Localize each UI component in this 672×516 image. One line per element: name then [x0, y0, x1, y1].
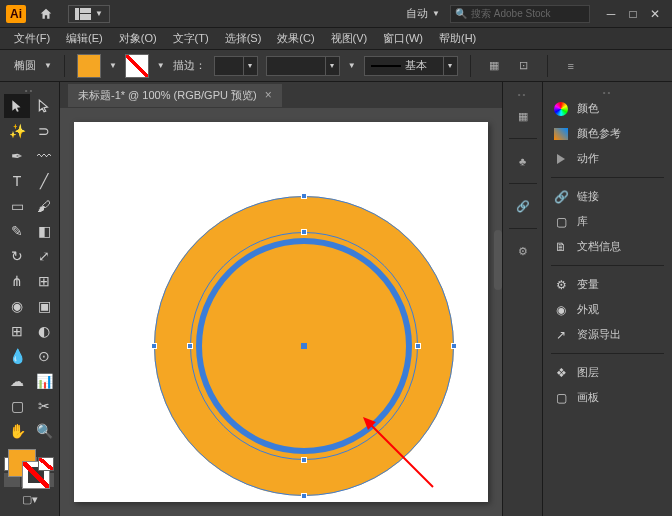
symbol-tool[interactable]: ☁ [4, 369, 30, 393]
search-input[interactable]: 🔍 搜索 Adobe Stock [450, 5, 590, 23]
selection-center[interactable] [301, 343, 307, 349]
eyedropper-tool[interactable]: 💧 [4, 344, 30, 368]
selection-handle[interactable] [301, 457, 307, 463]
brush-preview[interactable] [266, 56, 326, 76]
scrollbar[interactable] [494, 230, 502, 290]
brush-dropdown[interactable]: ▾ [326, 56, 340, 76]
zoom-tool[interactable]: 🔍 [31, 419, 57, 443]
pen-tool[interactable]: ✒ [4, 144, 30, 168]
menu-type[interactable]: 文字(T) [167, 29, 215, 48]
free-transform-tool[interactable]: ⊞ [31, 269, 57, 293]
panel-variables[interactable]: ⚙变量 [543, 272, 672, 297]
brush-tool[interactable]: 🖌 [31, 194, 57, 218]
dock-handle[interactable]: •• [518, 90, 528, 98]
transform-icon[interactable]: ⊡ [513, 55, 535, 77]
menu-object[interactable]: 对象(O) [113, 29, 163, 48]
graphic-style[interactable]: 基本 [364, 56, 444, 76]
magic-wand-tool[interactable]: ✨ [4, 119, 30, 143]
menu-effect[interactable]: 效果(C) [271, 29, 320, 48]
menu-view[interactable]: 视图(V) [325, 29, 374, 48]
home-icon[interactable] [34, 4, 58, 24]
panels: •• 颜色 颜色参考 动作 🔗链接 ▢库 🗎文档信息 ⚙变量 ◉外观 ↗资源导出… [542, 82, 672, 516]
svg-rect-1 [80, 8, 91, 13]
panel-links[interactable]: 🔗链接 [543, 184, 672, 209]
selection-handle[interactable] [415, 343, 421, 349]
eraser-tool[interactable]: ◧ [31, 219, 57, 243]
align-icon[interactable]: ▦ [483, 55, 505, 77]
direct-selection-tool[interactable] [31, 94, 57, 118]
document-tab[interactable]: 未标题-1* @ 100% (RGB/GPU 预览) × [68, 84, 282, 107]
width-tool[interactable]: ⋔ [4, 269, 30, 293]
svg-rect-2 [80, 14, 91, 20]
stroke-label: 描边： [173, 58, 206, 73]
blend-tool[interactable]: ⊙ [31, 344, 57, 368]
more-icon[interactable]: ≡ [560, 55, 582, 77]
tools-handle[interactable]: •• [4, 86, 55, 94]
canvas-area: 未标题-1* @ 100% (RGB/GPU 预览) × [60, 82, 502, 516]
type-tool[interactable]: T [4, 169, 30, 193]
link-dock-icon[interactable]: 🔗 [509, 194, 537, 218]
stroke-weight-input[interactable] [214, 56, 244, 76]
selection-handle[interactable] [187, 343, 193, 349]
minimize-button[interactable]: ─ [600, 5, 622, 23]
canvas-viewport[interactable] [60, 108, 502, 516]
properties-icon[interactable]: ▦ [509, 104, 537, 128]
maximize-button[interactable]: □ [622, 5, 644, 23]
menu-select[interactable]: 选择(S) [219, 29, 268, 48]
menu-file[interactable]: 文件(F) [8, 29, 56, 48]
color-mode-none[interactable] [38, 457, 54, 471]
style-label: 基本 [405, 58, 427, 73]
svg-line-3 [368, 422, 433, 487]
panel-artboards[interactable]: ▢画板 [543, 385, 672, 410]
selection-handle[interactable] [301, 229, 307, 235]
hand-tool[interactable]: ✋ [4, 419, 30, 443]
menu-window[interactable]: 窗口(W) [377, 29, 429, 48]
gear-dock-icon[interactable]: ⚙ [509, 239, 537, 263]
panel-color-guide[interactable]: 颜色参考 [543, 121, 672, 146]
workspace-dropdown[interactable]: 自动 ▼ [406, 6, 440, 21]
rectangle-tool[interactable]: ▭ [4, 194, 30, 218]
shape-builder-tool[interactable]: ◉ [4, 294, 30, 318]
graph-tool[interactable]: 📊 [31, 369, 57, 393]
selection-handle[interactable] [151, 343, 157, 349]
app-logo: Ai [6, 5, 26, 23]
stroke-swatch[interactable] [125, 54, 149, 78]
gradient-tool[interactable]: ◐ [31, 319, 57, 343]
libraries-icon[interactable]: ♣ [509, 149, 537, 173]
menu-edit[interactable]: 编辑(E) [60, 29, 109, 48]
panel-handle[interactable]: •• [543, 88, 672, 96]
stroke-weight-stepper[interactable]: ▾ [244, 56, 258, 76]
panel-actions[interactable]: 动作 [543, 146, 672, 171]
panel-color[interactable]: 颜色 [543, 96, 672, 121]
panel-asset-export[interactable]: ↗资源导出 [543, 322, 672, 347]
artboard[interactable] [74, 122, 488, 502]
artboard-tool[interactable]: ▢ [4, 394, 30, 418]
selection-handle[interactable] [451, 343, 457, 349]
search-placeholder: 搜索 Adobe Stock [471, 7, 550, 21]
color-picker[interactable] [4, 449, 55, 455]
lasso-tool[interactable]: ⊃ [31, 119, 57, 143]
panel-layers[interactable]: ❖图层 [543, 360, 672, 385]
panel-appearance[interactable]: ◉外观 [543, 297, 672, 322]
tab-close-icon[interactable]: × [265, 88, 272, 102]
panel-doc-info[interactable]: 🗎文档信息 [543, 234, 672, 259]
selection-handle[interactable] [301, 193, 307, 199]
layout-dropdown[interactable]: ▼ [68, 5, 110, 23]
perspective-tool[interactable]: ▣ [31, 294, 57, 318]
selection-tool[interactable] [4, 94, 30, 118]
slice-tool[interactable]: ✂ [31, 394, 57, 418]
line-tool[interactable]: ╱ [31, 169, 57, 193]
fill-swatch[interactable] [77, 54, 101, 78]
selection-handle[interactable] [301, 493, 307, 499]
rotate-tool[interactable]: ↻ [4, 244, 30, 268]
curvature-tool[interactable]: 〰 [31, 144, 57, 168]
screen-mode[interactable]: ▢▾ [10, 493, 50, 506]
mesh-tool[interactable]: ⊞ [4, 319, 30, 343]
shaper-tool[interactable]: ✎ [4, 219, 30, 243]
panel-library[interactable]: ▢库 [543, 209, 672, 234]
style-dropdown[interactable]: ▾ [444, 56, 458, 76]
main-area: •• ✨ ⊃ ✒ 〰 T ╱ ▭ 🖌 ✎ ◧ ↻ ⤢ ⋔ ⊞ ◉ ▣ ⊞ ◐ 💧… [0, 82, 672, 516]
close-button[interactable]: ✕ [644, 5, 666, 23]
menu-help[interactable]: 帮助(H) [433, 29, 482, 48]
scale-tool[interactable]: ⤢ [31, 244, 57, 268]
